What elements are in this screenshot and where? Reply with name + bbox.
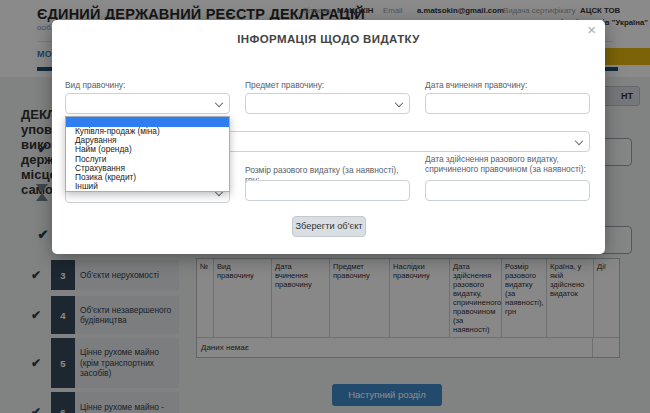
screen: ЄДИНИЙ ДЕРЖАВНИЙ РЕЄСТР ДЕКЛАРАЦІЙ осіб,…: [0, 0, 650, 413]
modal-title: ІНФОРМАЦІЯ ЩОДО ВИДАТКУ: [52, 33, 605, 45]
expense-date-input[interactable]: [425, 180, 590, 201]
chevron-down-icon: [575, 136, 583, 144]
date-input[interactable]: [425, 93, 590, 114]
subject-label: Предмет правочину:: [245, 80, 415, 90]
type-label: Вид правочину:: [65, 80, 235, 90]
subject-select[interactable]: [245, 93, 410, 114]
amount-input[interactable]: [245, 180, 410, 201]
chevron-down-icon: [215, 98, 223, 106]
save-object-button[interactable]: Зберегти об'єкт: [292, 216, 366, 237]
type-select[interactable]: [65, 93, 230, 114]
dropdown-option[interactable]: Інший: [66, 182, 229, 191]
expense-date-label: Дата здійснення разового видатку, спричи…: [425, 154, 593, 174]
date-label: Дата вчинення правочину:: [425, 80, 595, 90]
chevron-down-icon: [395, 98, 403, 106]
type-select-dropdown: Купівля-продаж (міна) Дарування Найм (ор…: [65, 116, 230, 192]
close-icon[interactable]: ×: [587, 22, 596, 37]
